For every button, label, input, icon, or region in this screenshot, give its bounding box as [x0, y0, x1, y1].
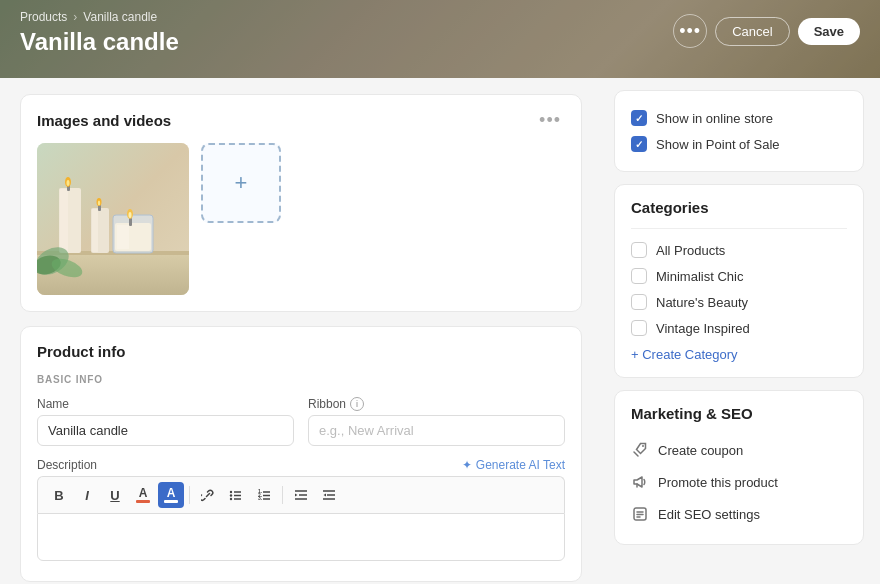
generate-ai-button[interactable]: ✦ Generate AI Text	[462, 458, 565, 472]
create-coupon-item[interactable]: Create coupon	[631, 434, 847, 466]
visibility-card: Show in online store Show in Point of Sa…	[614, 90, 864, 172]
tag-icon	[631, 441, 649, 459]
create-category-button[interactable]: + Create Category	[631, 347, 738, 362]
name-input[interactable]	[37, 415, 294, 446]
ribbon-info-icon[interactable]: i	[350, 397, 364, 411]
svg-point-7	[67, 180, 70, 186]
promote-product-item[interactable]: Promote this product	[631, 466, 847, 498]
product-image	[37, 143, 189, 295]
ordered-list-button[interactable]: 1.2.3.	[251, 482, 277, 508]
svg-point-12	[98, 201, 100, 206]
candle-scene-svg	[37, 143, 189, 295]
images-card-header: Images and videos •••	[37, 111, 565, 129]
category-checkbox-3[interactable]	[631, 320, 647, 336]
category-item-1: Minimalist Chic	[631, 263, 847, 289]
category-label-0: All Products	[656, 243, 725, 258]
svg-point-26	[230, 498, 232, 500]
pos-label: Show in Point of Sale	[656, 137, 780, 152]
category-checkbox-1[interactable]	[631, 268, 647, 284]
save-button[interactable]: Save	[798, 18, 860, 45]
svg-rect-15	[117, 225, 129, 249]
categories-divider	[631, 228, 847, 229]
images-more-button[interactable]: •••	[535, 111, 565, 129]
pos-checkbox[interactable]	[631, 136, 647, 152]
svg-point-18	[129, 212, 132, 218]
indent-button[interactable]	[288, 482, 314, 508]
ai-sparkle-icon: ✦	[462, 458, 472, 472]
create-coupon-label: Create coupon	[658, 443, 743, 458]
images-card: Images and videos •••	[20, 94, 582, 312]
main-layout: Images and videos •••	[0, 78, 880, 584]
basic-info-label: BASIC INFO	[37, 374, 565, 385]
edit-seo-item[interactable]: Edit SEO settings	[631, 498, 847, 530]
breadcrumb-parent[interactable]: Products	[20, 10, 67, 24]
category-checkbox-0[interactable]	[631, 242, 647, 258]
edit-seo-label: Edit SEO settings	[658, 507, 760, 522]
ribbon-input[interactable]	[308, 415, 565, 446]
ribbon-label: Ribbon i	[308, 397, 565, 411]
right-column: Show in online store Show in Point of Sa…	[598, 78, 880, 584]
add-image-button[interactable]: +	[201, 143, 281, 223]
category-item-3: Vintage Inspired	[631, 315, 847, 341]
description-textarea[interactable]	[37, 513, 565, 561]
category-label-2: Nature's Beauty	[656, 295, 748, 310]
link-button[interactable]	[195, 482, 221, 508]
bold-button[interactable]: B	[46, 482, 72, 508]
svg-text:3.: 3.	[258, 495, 263, 501]
name-label: Name	[37, 397, 294, 411]
online-store-checkbox[interactable]	[631, 110, 647, 126]
images-area: +	[37, 143, 565, 295]
images-card-title: Images and videos	[37, 112, 171, 129]
promote-product-label: Promote this product	[658, 475, 778, 490]
description-toolbar: B I U A A	[37, 476, 565, 513]
cancel-button[interactable]: Cancel	[715, 17, 789, 46]
svg-rect-4	[60, 189, 68, 252]
highlight-button[interactable]: A	[158, 482, 184, 508]
underline-button[interactable]: U	[102, 482, 128, 508]
svg-rect-9	[92, 209, 98, 252]
product-info-title: Product info	[37, 343, 125, 360]
breadcrumb-separator: ›	[73, 10, 77, 24]
category-item-0: All Products	[631, 237, 847, 263]
ribbon-group: Ribbon i	[308, 397, 565, 446]
category-item-2: Nature's Beauty	[631, 289, 847, 315]
megaphone-icon	[631, 473, 649, 491]
name-ribbon-row: Name Ribbon i	[37, 397, 565, 446]
name-group: Name	[37, 397, 294, 446]
breadcrumb-current: Vanilla candle	[83, 10, 157, 24]
more-options-button[interactable]: •••	[673, 14, 707, 48]
pos-row: Show in Point of Sale	[631, 131, 847, 157]
marketing-card: Marketing & SEO Create coupon Promote th…	[614, 390, 864, 545]
product-info-card: Product info BASIC INFO Name Ribbon i De…	[20, 326, 582, 582]
toolbar-separator-2	[282, 486, 283, 504]
add-image-plus-icon: +	[235, 172, 248, 194]
category-checkbox-2[interactable]	[631, 294, 647, 310]
description-label: Description	[37, 458, 97, 472]
categories-card: Categories All Products Minimalist Chic …	[614, 184, 864, 378]
seo-icon	[631, 505, 649, 523]
unordered-list-button[interactable]	[223, 482, 249, 508]
category-label-1: Minimalist Chic	[656, 269, 743, 284]
svg-rect-16	[129, 218, 132, 226]
outdent-button[interactable]	[316, 482, 342, 508]
svg-point-22	[230, 491, 232, 493]
online-store-label: Show in online store	[656, 111, 773, 126]
marketing-title: Marketing & SEO	[631, 405, 847, 422]
product-info-header: Product info	[37, 343, 565, 360]
category-label-3: Vintage Inspired	[656, 321, 750, 336]
categories-title: Categories	[631, 199, 847, 216]
italic-button[interactable]: I	[74, 482, 100, 508]
svg-point-40	[642, 445, 644, 447]
left-column: Images and videos •••	[0, 78, 598, 584]
online-store-row: Show in online store	[631, 105, 847, 131]
header-actions: ••• Cancel Save	[673, 14, 860, 48]
text-color-button[interactable]: A	[130, 482, 156, 508]
svg-point-24	[230, 494, 232, 496]
description-header: Description ✦ Generate AI Text	[37, 458, 565, 472]
toolbar-separator-1	[189, 486, 190, 504]
